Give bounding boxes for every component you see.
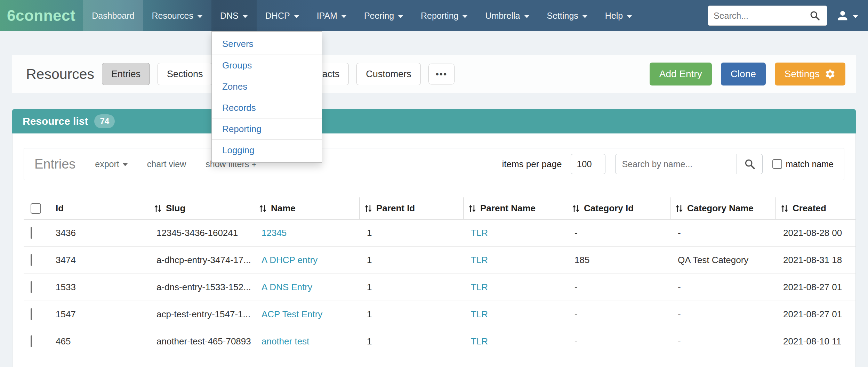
cell-category-id: - [567,282,670,293]
entry-name-link[interactable]: ACP Test Entry [262,309,322,319]
search-icon [744,158,756,170]
menu-item-groups[interactable]: Groups [212,55,322,76]
cell-created: 2021-08-28 00 [775,228,855,238]
panel-title: Resource list [23,115,88,127]
cell-id: 465 [48,336,149,347]
cell-parent-id: 1 [359,228,463,238]
nav-label: Peering [364,11,394,21]
nav-item-dns[interactable]: DNS Servers Groups Zones Records Reporti… [211,0,257,31]
app-logo[interactable]: 6connect [0,0,83,31]
tab-entries[interactable]: Entries [102,63,150,85]
toolbar-actions: Add Entry Clone Settings [650,63,845,85]
cell-parent-id: 1 [359,309,463,320]
column-header-id: Id [48,197,149,219]
nav-label: DHCP [265,11,290,21]
cell-category-name: - [670,282,775,293]
chevron-down-icon [582,15,588,18]
parent-name-link[interactable]: TLR [471,228,488,238]
table-row: 3436 12345-3436-160241 12345 1 TLR - - 2… [24,220,855,247]
column-header-name[interactable]: Name [254,197,359,219]
main-nav: Dashboard Resources DNS Servers Groups Z… [83,0,641,31]
resource-list-body: Entries export chart view show filters +… [12,133,856,367]
clone-button[interactable]: Clone [721,63,766,85]
nav-item-reporting[interactable]: Reporting [412,0,476,31]
tab-sections[interactable]: Sections [158,63,212,85]
user-menu[interactable] [827,0,868,31]
items-per-page-input[interactable] [571,154,605,174]
nav-item-ipam[interactable]: IPAM [308,0,355,31]
row-checkbox[interactable] [31,227,32,239]
sort-icon [364,204,372,213]
parent-name-link[interactable]: TLR [471,255,488,265]
chevron-down-icon [627,15,632,18]
menu-item-reporting[interactable]: Reporting [212,118,322,139]
column-header-parent-id[interactable]: Parent Id [359,197,463,219]
column-header-created[interactable]: Created [775,197,855,219]
chart-view-link[interactable]: chart view [147,159,186,169]
sort-icon [259,204,267,213]
dns-dropdown-menu: Servers Groups Zones Records Reporting L… [211,31,322,163]
cell-category-id: - [567,309,670,320]
entries-title: Entries [34,157,75,172]
sort-icon [675,204,683,213]
menu-item-records[interactable]: Records [212,97,322,118]
cell-slug: acp-test-entry-1547-1... [149,309,254,320]
more-tabs-button[interactable]: ••• [428,64,455,84]
cell-parent-id: 1 [359,282,463,293]
settings-button[interactable]: Settings [775,63,845,85]
row-checkbox[interactable] [31,281,32,293]
entry-name-link[interactable]: A DNS Entry [262,282,312,292]
match-name-checkbox[interactable] [772,159,782,169]
cell-id: 3474 [48,255,149,266]
nav-item-resources[interactable]: Resources [143,0,211,31]
nav-item-dashboard[interactable]: Dashboard [83,0,143,31]
chevron-down-icon [853,15,858,18]
table-row: 3474 a-dhcp-entry-3474-17... A DHCP entr… [24,247,855,274]
column-header-slug[interactable]: Slug [149,197,254,219]
page-title: Resources [26,66,94,82]
nav-label: Dashboard [92,11,134,21]
column-header-category-name[interactable]: Category Name [670,197,775,219]
cell-category-id: - [567,336,670,347]
entry-name-link[interactable]: 12345 [262,228,287,238]
export-label: export [95,159,119,169]
nav-label: IPAM [317,11,337,21]
parent-name-link[interactable]: TLR [471,282,488,292]
list-controls: items per page match name [502,154,834,174]
column-header-parent-name[interactable]: Parent Name [463,197,567,219]
nav-label: Resources [152,11,193,21]
row-checkbox[interactable] [31,308,32,320]
export-menu[interactable]: export [95,159,127,169]
entry-name-link[interactable]: A DHCP entry [262,255,318,265]
chevron-down-icon [341,15,347,18]
chevron-down-icon [123,163,128,166]
menu-item-zones[interactable]: Zones [212,76,322,97]
entry-name-link[interactable]: another test [262,336,309,346]
settings-button-label: Settings [785,68,820,80]
name-search-button[interactable] [737,154,763,174]
parent-name-link[interactable]: TLR [471,336,488,346]
select-all-checkbox[interactable] [31,203,41,214]
tab-customers[interactable]: Customers [356,63,421,85]
add-entry-button[interactable]: Add Entry [650,63,712,85]
chevron-down-icon [197,15,203,18]
menu-item-servers[interactable]: Servers [212,33,322,55]
global-search-input[interactable] [708,6,802,26]
nav-item-settings[interactable]: Settings [538,0,596,31]
nav-item-help[interactable]: Help [596,0,641,31]
chevron-down-icon [524,15,530,18]
name-search-input[interactable] [615,154,737,174]
row-checkbox[interactable] [31,335,32,347]
parent-name-link[interactable]: TLR [471,309,488,319]
sort-icon [781,204,788,213]
resources-toolbar: Resources Entries Sections Contacts Cust… [12,55,856,93]
column-header-category-id[interactable]: Category Id [567,197,670,219]
cell-created: 2021-08-27 01 [775,309,855,320]
nav-item-peering[interactable]: Peering [355,0,412,31]
nav-item-dhcp[interactable]: DHCP [257,0,308,31]
global-search-button[interactable] [802,6,827,26]
nav-item-umbrella[interactable]: Umbrella [476,0,538,31]
menu-item-logging[interactable]: Logging [212,139,322,161]
cell-created: 2021-08-10 11 [775,336,855,347]
row-checkbox[interactable] [31,254,32,266]
